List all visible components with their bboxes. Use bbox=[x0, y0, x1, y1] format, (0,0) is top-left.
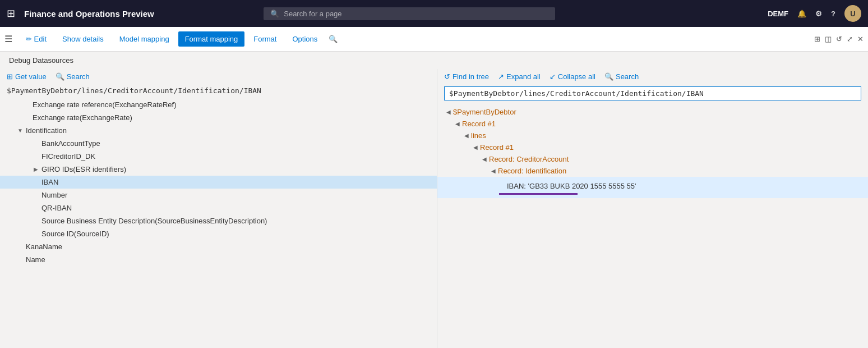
tree-item-label: Source ID(SourceID) bbox=[40, 230, 109, 238]
help-icon[interactable]: ? bbox=[831, 10, 835, 18]
tree-item-label: Exchange rate reference(ExchangeRateRef) bbox=[31, 100, 177, 109]
expand-all-button[interactable]: ↗ Expand all bbox=[498, 72, 541, 81]
left-tree-item[interactable]: FICreditorID_DK bbox=[0, 150, 437, 163]
iban-row[interactable]: IBAN: 'GB33 BUKB 2020 1555 5555 55' bbox=[437, 177, 868, 198]
expander-icon[interactable]: ◀ bbox=[462, 132, 471, 139]
avatar[interactable]: U bbox=[844, 5, 861, 22]
popout-icon[interactable]: ⤢ bbox=[847, 35, 853, 43]
right-tree-item[interactable]: ◀ Record #1 bbox=[437, 141, 868, 153]
top-right-actions: DEMF 🔔 ⚙ ? U bbox=[768, 5, 861, 22]
left-panel: ⊞ Get value 🔍 Search $PaymentByDebtor/li… bbox=[0, 69, 437, 348]
panel-icon[interactable]: ◫ bbox=[825, 35, 832, 43]
right-tree-label: Record #1 bbox=[480, 143, 514, 152]
expander-icon[interactable]: ◀ bbox=[471, 144, 480, 150]
find-in-tree-icon: ↺ bbox=[444, 72, 450, 81]
left-tree-item[interactable]: Source Business Entity Description(Sourc… bbox=[0, 214, 437, 227]
right-panel-toolbar: ↺ Find in tree ↗ Expand all ↙ Collapse a… bbox=[437, 69, 868, 84]
left-tree-item[interactable]: Source ID(SourceID) bbox=[0, 227, 437, 240]
user-label: DEMF bbox=[768, 10, 788, 18]
right-path-input[interactable] bbox=[444, 86, 861, 100]
right-tree-label: $PaymentByDebtor bbox=[453, 108, 516, 116]
right-tree-item[interactable]: IBAN: 'GB33 BUKB 2020 1555 5555 55' bbox=[437, 180, 868, 192]
edit-button[interactable]: ✏ Edit bbox=[19, 31, 53, 47]
global-search-bar[interactable]: 🔍 bbox=[264, 7, 555, 20]
collapse-all-icon: ↙ bbox=[550, 72, 556, 81]
left-panel-toolbar: ⊞ Get value 🔍 Search bbox=[0, 69, 437, 84]
get-value-icon: ⊞ bbox=[7, 72, 13, 81]
expander-icon[interactable]: ◀ bbox=[480, 156, 489, 162]
right-tree-item[interactable]: ◀ Record: CreditorAccount bbox=[437, 153, 868, 165]
left-search-icon: 🔍 bbox=[56, 72, 64, 81]
left-search-button[interactable]: 🔍 Search bbox=[56, 72, 90, 81]
options-button[interactable]: Options bbox=[285, 31, 324, 47]
tree-item-label: BankAccountType bbox=[40, 139, 100, 148]
find-in-tree-button[interactable]: ↺ Find in tree bbox=[444, 72, 489, 81]
tree-item-label: Exchange rate(ExchangeRate) bbox=[31, 113, 132, 122]
left-tree-item[interactable]: Exchange rate(ExchangeRate) bbox=[0, 111, 437, 124]
right-tree-item[interactable]: ◀ lines bbox=[437, 130, 868, 141]
tree-item-label: Source Business Entity Description(Sourc… bbox=[40, 217, 267, 225]
right-search-icon: 🔍 bbox=[604, 72, 613, 81]
tree-item-label: FICreditorID_DK bbox=[40, 152, 95, 161]
global-search-input[interactable] bbox=[284, 10, 548, 18]
left-tree-item[interactable]: Name bbox=[0, 253, 437, 266]
right-tree-label: lines bbox=[471, 131, 486, 140]
main-toolbar: ☰ ✏ Edit Show details Model mapping Form… bbox=[0, 27, 868, 52]
expander-icon[interactable]: ▶ bbox=[31, 166, 40, 172]
model-mapping-button[interactable]: Model mapping bbox=[113, 31, 176, 47]
expand-all-icon: ↗ bbox=[498, 72, 504, 81]
hamburger-icon[interactable]: ☰ bbox=[4, 34, 12, 44]
left-path-bar: $PaymentByDebtor/lines/CreditorAccount/I… bbox=[0, 84, 437, 98]
right-panel: ↺ Find in tree ↗ Expand all ↙ Collapse a… bbox=[437, 69, 868, 348]
left-tree-item[interactable]: QR-IBAN bbox=[0, 202, 437, 214]
right-tree-label: Record: Identification bbox=[498, 167, 566, 175]
expander-icon[interactable]: ◀ bbox=[444, 109, 453, 115]
panels: ⊞ Get value 🔍 Search $PaymentByDebtor/li… bbox=[0, 69, 868, 348]
show-details-button[interactable]: Show details bbox=[56, 31, 110, 47]
expander-icon[interactable]: ▼ bbox=[16, 127, 25, 134]
iban-underline bbox=[499, 193, 578, 195]
tree-item-label: GIRO IDs(ESR identifiers) bbox=[40, 165, 126, 173]
top-bar: ⊞ Finance and Operations Preview 🔍 DEMF … bbox=[0, 0, 868, 27]
tree-item-label: Name bbox=[25, 255, 45, 264]
grid-icon[interactable]: ⊞ bbox=[7, 7, 15, 20]
toolbar-search-icon[interactable]: 🔍 bbox=[329, 35, 338, 43]
right-path-bar[interactable] bbox=[437, 84, 868, 104]
right-tree-container[interactable]: ◀ $PaymentByDebtor ◀ Record #1 ◀ lines ◀… bbox=[437, 104, 868, 348]
right-search-button[interactable]: 🔍 Search bbox=[604, 72, 639, 81]
left-tree-container[interactable]: Exchange rate reference(ExchangeRateRef)… bbox=[0, 98, 437, 348]
app-title: Finance and Operations Preview bbox=[24, 9, 154, 19]
get-value-button[interactable]: ⊞ Get value bbox=[7, 72, 47, 81]
bell-icon[interactable]: 🔔 bbox=[797, 10, 806, 18]
iban-value-label: IBAN: 'GB33 BUKB 2020 1555 5555 55' bbox=[507, 182, 636, 190]
tree-item-label: Identification bbox=[25, 126, 67, 135]
close-icon[interactable]: ✕ bbox=[857, 35, 864, 43]
expander-icon[interactable]: ◀ bbox=[453, 121, 462, 127]
collapse-all-button[interactable]: ↙ Collapse all bbox=[550, 72, 595, 81]
left-tree-item[interactable]: ▼ Identification bbox=[0, 124, 437, 137]
right-tree-item[interactable]: ◀ Record: Identification bbox=[437, 165, 868, 177]
right-tree-label: Record: CreditorAccount bbox=[489, 155, 569, 163]
right-tree-item[interactable]: ◀ $PaymentByDebtor bbox=[437, 106, 868, 118]
tree-item-label: KanaName bbox=[25, 242, 62, 251]
right-tree-item[interactable]: ◀ Record #1 bbox=[437, 118, 868, 130]
left-tree-item[interactable]: Number bbox=[0, 189, 437, 202]
tree-item-label: Number bbox=[40, 191, 67, 199]
pin-icon[interactable]: ⊞ bbox=[814, 35, 820, 43]
tree-item-label: IBAN bbox=[40, 178, 58, 186]
gear-icon[interactable]: ⚙ bbox=[815, 10, 822, 18]
left-tree-item[interactable]: KanaName bbox=[0, 240, 437, 253]
left-tree-item[interactable]: Exchange rate reference(ExchangeRateRef) bbox=[0, 98, 437, 111]
expander-icon[interactable]: ◀ bbox=[489, 168, 498, 174]
left-tree-item[interactable]: IBAN bbox=[0, 176, 437, 189]
tree-item-label: QR-IBAN bbox=[40, 204, 72, 212]
left-tree-item[interactable]: ▶ GIRO IDs(ESR identifiers) bbox=[0, 163, 437, 176]
search-icon: 🔍 bbox=[270, 10, 279, 18]
format-button[interactable]: Format bbox=[247, 31, 283, 47]
refresh-icon[interactable]: ↺ bbox=[836, 35, 842, 43]
debug-title: Debug Datasources bbox=[0, 52, 868, 69]
right-tree-label: Record #1 bbox=[462, 120, 496, 128]
format-mapping-button[interactable]: Format mapping bbox=[178, 31, 245, 47]
left-tree-item[interactable]: BankAccountType bbox=[0, 137, 437, 150]
main-content: Debug Datasources ⊞ Get value 🔍 Search $… bbox=[0, 52, 868, 348]
